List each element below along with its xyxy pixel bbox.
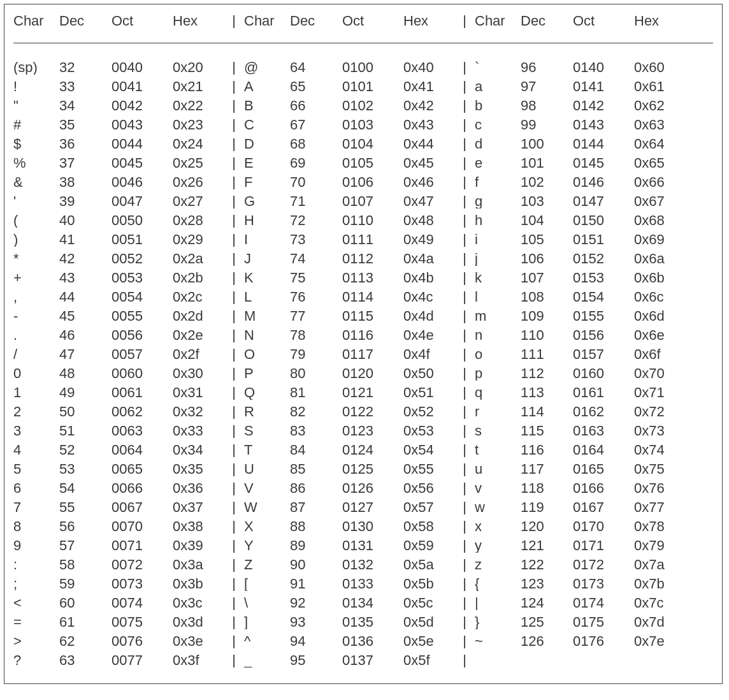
table-row: ;5900730x3b|[9101330x5b|{12301730x7b [13, 576, 713, 595]
column-separator: | [454, 328, 475, 342]
cell-oct: 0141 [573, 79, 634, 94]
cell-oct: 0113 [342, 270, 403, 285]
cell-char: + [13, 270, 59, 285]
cell-hex: 0x79 [634, 538, 685, 553]
cell-hex: 0x6c [634, 289, 685, 304]
table-row: 25000620x32|R8201220x52|r11401620x72 [13, 404, 713, 423]
cell-dec: 91 [290, 576, 342, 591]
cell-dec: 88 [290, 519, 342, 534]
cell-char: = [13, 615, 59, 629]
cell-char: u [475, 462, 521, 476]
cell-dec: 54 [59, 481, 112, 495]
column-separator: | [454, 385, 475, 400]
cell-char: c [475, 117, 521, 132]
cell-dec: 85 [290, 462, 342, 476]
cell-char: L [244, 289, 290, 304]
cell-dec: 76 [290, 289, 342, 304]
cell-oct: 0155 [573, 309, 634, 323]
cell-char: j [475, 251, 521, 266]
cell-char: I [244, 232, 290, 247]
cell-char: T [244, 442, 290, 457]
cell-oct: 0104 [342, 136, 403, 151]
cell-hex: 0x5f [403, 653, 454, 667]
cell-char: ^ [244, 634, 290, 648]
header-dec-2: Dec [290, 13, 342, 28]
column-separator: | [454, 136, 475, 151]
cell-dec: 37 [59, 156, 112, 170]
cell-oct: 0070 [112, 519, 173, 534]
cell-char: D [244, 136, 290, 151]
cell-hex: 0x4c [403, 289, 454, 304]
cell-oct: 0060 [112, 366, 173, 381]
cell-char: q [475, 385, 521, 400]
cell-dec: 98 [521, 98, 573, 113]
cell-dec: 112 [521, 366, 573, 381]
cell-oct: 0163 [573, 423, 634, 438]
cell-dec: 34 [59, 98, 112, 113]
cell-dec: 95 [290, 653, 342, 667]
cell-dec: 113 [521, 385, 573, 400]
cell-dec: 90 [290, 557, 342, 572]
column-separator: | [454, 557, 475, 572]
cell-oct: 0133 [342, 576, 403, 591]
cell-hex: 0x41 [403, 79, 454, 94]
column-separator: | [454, 519, 475, 534]
cell-char: _ [244, 653, 290, 667]
table-row: #3500430x23|C6701030x43|c9901430x63 [13, 117, 713, 136]
cell-char: { [475, 576, 521, 591]
column-separator: | [454, 194, 475, 208]
table-row: 14900610x31|Q8101210x51|q11301610x71 [13, 385, 713, 404]
table-row: 55300650x35|U8501250x55|u11701650x75 [13, 462, 713, 481]
cell-oct: 0047 [112, 194, 173, 208]
cell-dec: 111 [521, 347, 573, 361]
cell-hex: 0x45 [403, 156, 454, 170]
cell-char: a [475, 79, 521, 94]
cell-oct: 0176 [573, 634, 634, 648]
cell-hex: 0x53 [403, 423, 454, 438]
cell-hex: 0x5c [403, 595, 454, 610]
cell-dec: 70 [290, 175, 342, 189]
cell-oct: 0174 [573, 595, 634, 610]
cell-oct: 0051 [112, 232, 173, 247]
cell-hex: 0x51 [403, 385, 454, 400]
column-separator: | [454, 423, 475, 438]
header-dec-1: Dec [59, 13, 112, 28]
cell-oct: 0076 [112, 634, 173, 648]
cell-hex: 0x74 [634, 442, 685, 457]
cell-char: * [13, 251, 59, 266]
column-separator: | [224, 136, 244, 151]
cell-oct: 0063 [112, 423, 173, 438]
cell-hex: 0x6d [634, 309, 685, 323]
table-row: ,4400540x2c|L7601140x4c|l10801540x6c [13, 289, 713, 309]
cell-hex: 0x2c [173, 289, 224, 304]
cell-hex: 0x69 [634, 232, 685, 247]
cell-char: X [244, 519, 290, 534]
cell-char: B [244, 98, 290, 113]
cell-hex: 0x2d [173, 309, 224, 323]
cell-dec: 58 [59, 557, 112, 572]
cell-oct: 0125 [342, 462, 403, 476]
table-row: )4100510x29|I7301110x49|i10501510x69 [13, 232, 713, 251]
cell-dec: 120 [521, 519, 573, 534]
cell-oct: 0147 [573, 194, 634, 208]
cell-char: : [13, 557, 59, 572]
cell-char: , [13, 289, 59, 304]
cell-hex: 0x31 [173, 385, 224, 400]
cell-oct: 0172 [573, 557, 634, 572]
cell-char: % [13, 156, 59, 170]
cell-oct: 0131 [342, 538, 403, 553]
cell-hex: 0x63 [634, 117, 685, 132]
column-separator: | [454, 500, 475, 514]
header-dec-3: Dec [521, 13, 573, 28]
table-row: (4000500x28|H7201100x48|h10401500x68 [13, 213, 713, 232]
cell-oct: 0067 [112, 500, 173, 514]
cell-char: [ [244, 576, 290, 591]
column-separator: | [224, 98, 244, 113]
cell-hex: 0x48 [403, 213, 454, 228]
column-separator: | [224, 251, 244, 266]
cell-char: S [244, 423, 290, 438]
table-body: (sp)3200400x20|@6401000x40|`9601400x60!3… [13, 60, 713, 672]
column-separator: | [454, 175, 475, 189]
cell-oct: 0137 [342, 653, 403, 667]
cell-oct: 0144 [573, 136, 634, 151]
